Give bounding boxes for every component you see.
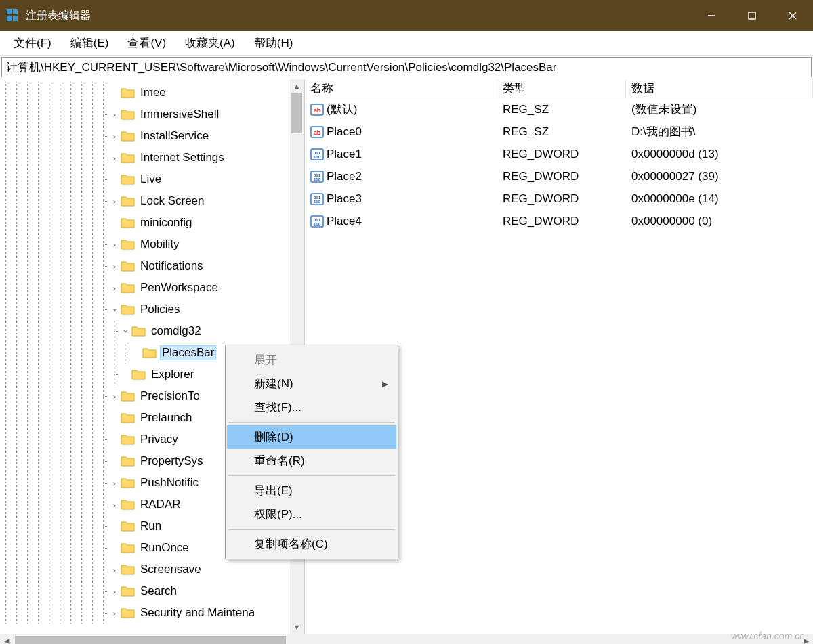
tree-item-label: Privacy [138,432,180,447]
tree-item-label: miniconfig [138,215,194,230]
tree-item[interactable]: ›InstallService [0,125,304,147]
svg-rect-1 [749,12,755,19]
dword-value-icon [310,215,324,228]
titlebar: 注册表编辑器 [0,0,813,31]
folder-icon [121,238,136,251]
tree-item[interactable]: ›PenWorkspace [0,277,304,299]
context-menu-item[interactable]: 查找(F)... [227,395,396,419]
scroll-thumb[interactable] [291,93,302,133]
header-data[interactable]: 数据 [626,79,813,98]
context-menu-item[interactable]: 导出(E) [227,479,396,502]
tree-item[interactable]: ⌄Policies [0,299,304,320]
value-row[interactable]: Place2REG_DWORD0x00000027 (39) [305,165,813,188]
value-data: 0x0000000e (14) [626,191,813,207]
horizontal-scrollbar[interactable]: ◀ ▶ [0,634,813,644]
menu-help[interactable]: 帮助(H) [245,33,303,53]
folder-icon [121,260,136,272]
chevron-right-icon[interactable]: › [108,391,121,402]
context-menu-item-label: 导出(E) [254,483,293,498]
value-row[interactable]: Place1REG_DWORD0x0000000d (13) [305,143,813,165]
folder-icon [121,563,136,576]
context-menu-item[interactable]: 新建(N)▶ [227,372,396,395]
chevron-down-icon[interactable]: ⌄ [119,324,131,335]
tree-item[interactable]: Live [0,169,304,190]
context-menu[interactable]: 展开新建(N)▶查找(F)...删除(D)重命名(R)导出(E)权限(P)...… [225,345,398,559]
value-row[interactable]: Place3REG_DWORD0x0000000e (14) [305,188,813,210]
watermark: www.cfan.com.cn [731,630,805,641]
tree-item[interactable]: miniconfig [0,212,304,234]
address-bar[interactable]: 计算机\HKEY_CURRENT_USER\Software\Microsoft… [1,57,812,77]
header-name[interactable]: 名称 [305,79,497,98]
tree-item[interactable]: ›Notifications [0,255,304,277]
tree-item[interactable]: Imee [0,82,304,104]
menu-separator [228,475,395,476]
tree-item[interactable]: ›ImmersiveShell [0,104,304,125]
value-data: (数值未设置) [626,100,813,119]
chevron-right-icon[interactable]: › [108,283,121,293]
chevron-right-icon[interactable]: › [108,196,121,207]
value-data: 0x00000000 (0) [626,213,813,230]
scroll-up-icon[interactable]: ▲ [290,79,304,93]
tree-item-label: PenWorkspace [138,280,220,295]
dword-value-icon [310,192,324,206]
value-row[interactable]: Place0REG_SZD:\我的图书\ [305,121,813,143]
string-value-icon [310,103,324,116]
tree-item-label: Run [138,519,163,534]
tree-item[interactable]: ›Mobility [0,234,304,255]
context-menu-item[interactable]: 权限(P)... [227,502,396,526]
context-menu-item[interactable]: 重命名(R) [227,449,396,473]
folder-icon [131,325,146,337]
chevron-right-icon[interactable]: › [108,110,121,120]
tree-item[interactable]: ›Lock Screen [0,190,304,212]
header-type[interactable]: 类型 [497,79,626,98]
chevron-right-icon[interactable]: › [108,153,121,163]
tree-item[interactable]: ⌄comdlg32 [0,320,304,342]
tree-item[interactable]: ›Internet Settings [0,147,304,169]
value-type: REG_DWORD [497,146,626,163]
scroll-left-icon[interactable]: ◀ [0,637,14,645]
tree-item-label: Prelaunch [138,410,194,425]
value-row[interactable]: (默认)REG_SZ(数值未设置) [305,98,813,121]
tree-item-label: Lock Screen [138,194,207,209]
maximize-button[interactable] [732,0,772,31]
tree-item[interactable]: ›Screensave [0,559,304,580]
value-data: D:\我的图书\ [626,123,813,141]
chevron-down-icon[interactable]: ⌄ [108,303,121,313]
tree-item-label: PropertySys [138,454,205,469]
folder-icon [121,217,136,229]
chevron-right-icon[interactable]: › [108,131,121,142]
hscroll-thumb[interactable] [15,636,286,644]
chevron-right-icon[interactable]: › [108,565,121,575]
chevron-right-icon[interactable]: › [108,478,121,488]
tree-item-label: PrecisionTo [138,389,202,404]
context-menu-item-label: 权限(P)... [254,507,302,522]
minimize-button[interactable] [691,0,732,31]
menu-favorites[interactable]: 收藏夹(A) [175,33,245,53]
close-button[interactable] [772,0,813,31]
value-row[interactable]: Place4REG_DWORD0x00000000 (0) [305,210,813,232]
chevron-right-icon[interactable]: › [108,240,121,250]
menu-edit[interactable]: 编辑(E) [61,33,119,53]
value-type: REG_DWORD [497,169,626,185]
menu-separator [228,529,395,530]
folder-icon [131,368,146,381]
context-menu-item[interactable]: 复制项名称(C) [227,532,396,556]
menu-view[interactable]: 查看(V) [118,33,175,53]
chevron-right-icon[interactable]: › [108,586,121,597]
menu-file[interactable]: 文件(F) [4,33,61,53]
dword-value-icon [310,170,324,184]
chevron-right-icon[interactable]: › [108,608,121,618]
app-icon [5,8,20,23]
values-list[interactable]: (默认)REG_SZ(数值未设置)Place0REG_SZD:\我的图书\Pla… [305,98,813,232]
tree-item[interactable]: ›Security and Maintena [0,602,304,624]
context-menu-item-label: 删除(D) [254,429,293,445]
folder-icon [121,390,136,402]
folder-icon [142,347,157,359]
scroll-down-icon[interactable]: ▼ [290,620,304,634]
chevron-right-icon[interactable]: › [108,261,121,272]
context-menu-item[interactable]: 删除(D) [227,425,396,449]
tree-item[interactable]: ›Search [0,580,304,602]
chevron-right-icon[interactable]: › [108,500,121,510]
tree-item-label: comdlg32 [149,324,203,339]
window-controls [691,0,813,31]
